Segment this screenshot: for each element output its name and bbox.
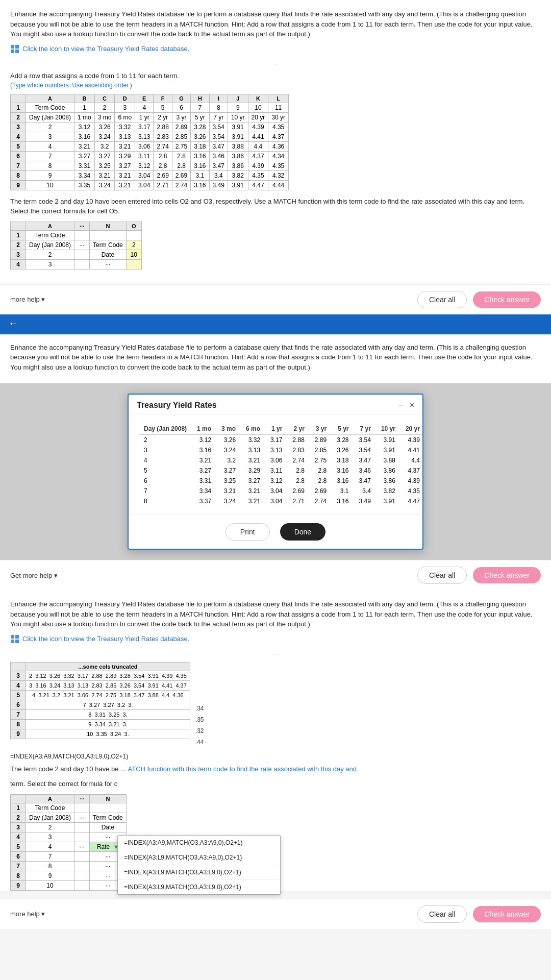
modal-controls: − × xyxy=(398,401,414,410)
close-btn[interactable]: × xyxy=(410,401,414,410)
nav-bar: ← xyxy=(0,314,551,333)
modal-window: Treasury Yield Rates − × Day (Jan 2008) … xyxy=(128,394,423,550)
formula-option-1[interactable]: =INDEX(A3:A9,MATCH(O3,A3:A9,0),O2+1) xyxy=(118,836,280,850)
db-link-text-3[interactable]: Click the icon to view the Treasury Yiel… xyxy=(22,635,189,643)
modal-body: Day (Jan 2008) 1 mo 3 mo 6 mo 1 yr 2 yr … xyxy=(129,414,422,514)
bottom-bar-1: more help ▾ Clear all Check answer xyxy=(0,284,551,314)
table-row: 6 7 ··· xyxy=(11,851,127,861)
modal-footer: Print Done xyxy=(129,514,422,549)
table-row: 7 8 3.31 3.25 3. xyxy=(11,709,190,719)
table-row: 5 4 3.21 3.2 3.21 3.06 2.74 2.75 3.18 3.… xyxy=(11,141,289,151)
right-val-3: .32 xyxy=(195,725,204,737)
right-val-1: .34 xyxy=(195,703,204,714)
table-row: 4 3 ··· xyxy=(11,259,142,269)
modal-title: Treasury Yield Rates xyxy=(137,401,217,410)
db-link-text[interactable]: Click the icon to view the Treasury Yiel… xyxy=(22,45,189,53)
svg-rect-7 xyxy=(15,635,19,639)
table-row: 3 2 3.12 3.26 3.32 3.17 2.88 2.89 3.28 3… xyxy=(11,122,289,132)
match-instruction: The term code 2 and day 10 have been ent… xyxy=(10,197,541,216)
table-row: 9 10 ··· xyxy=(11,880,127,890)
clear-all-btn-1[interactable]: Clear all xyxy=(417,291,467,308)
table-row: 4 3 3.16 3.24 3.13 3.13 2.83 2.85 3.26 3… xyxy=(11,680,190,690)
table-row: 3 2 Date 10 xyxy=(11,250,142,259)
table-row: 8 9 3.34 3.21 3.21 3.04 2.69 2.69 3.1 3.… xyxy=(11,170,289,180)
col-g: G xyxy=(172,94,190,103)
svg-rect-3 xyxy=(15,50,19,53)
col-l: L xyxy=(268,94,289,103)
svg-rect-0 xyxy=(11,45,14,48)
ellipsis3: ··· xyxy=(10,651,541,657)
help-link-1[interactable]: more help ▾ xyxy=(10,296,45,303)
right-overflow-values: .34 .35 .32 .44 xyxy=(195,662,204,748)
minimize-btn[interactable]: − xyxy=(398,401,403,410)
table-row: 2 Day (Jan 2008) 1 mo 3 mo 6 mo 1 yr 2 y… xyxy=(11,112,289,122)
svg-rect-1 xyxy=(15,45,19,48)
table-row: 2 Day (Jan 2008) ··· Term Code 2 xyxy=(11,240,142,250)
db-link-row[interactable]: Click the icon to view the Treasury Yiel… xyxy=(10,44,541,54)
formula-dropdown: =INDEX(A3:A9,MATCH(O3,A3:A9,0),O2+1) =IN… xyxy=(117,835,281,895)
sub-instruction1: Add a row that assigns a code from 1 to … xyxy=(10,72,541,80)
sec3-table-area: A ··· N 1 Term Code 2 Day (Jan 2008) ···… xyxy=(10,794,541,891)
table-row: 5 4 3.21 3.2 3.21 3.06 2.74 2.75 3.18 3.… xyxy=(11,690,190,700)
table-row: 4 3 3.16 3.24 3.13 3.13 2.83 2.85 3.26 3… xyxy=(11,132,289,141)
col-i: I xyxy=(209,94,228,103)
help-link-3[interactable]: more help ▾ xyxy=(10,910,45,918)
svg-rect-2 xyxy=(11,50,14,53)
col-j: J xyxy=(228,94,248,103)
btn-group-2: Clear all Check answer xyxy=(417,567,541,584)
section3-instruction: Enhance the accompanying Treasury Yield … xyxy=(10,599,541,629)
table-row: 1 Term Code 1 2 3 4 5 6 7 8 9 10 11 xyxy=(11,103,289,112)
done-btn[interactable]: Done xyxy=(280,523,325,541)
db-link-row-3[interactable]: Click the icon to view the Treasury Yiel… xyxy=(10,634,541,644)
asc-note: (Type whole numbers. Use ascending order… xyxy=(10,82,541,89)
print-btn[interactable]: Print xyxy=(226,523,270,541)
col-d: D xyxy=(115,94,135,103)
col-e: E xyxy=(135,94,154,103)
clear-all-btn-2[interactable]: Clear all xyxy=(417,567,467,584)
section2-para: Enhance the accompanying Treasury Yield … xyxy=(10,342,541,373)
svg-rect-6 xyxy=(11,635,14,639)
col-b: B xyxy=(74,94,95,103)
table-row: 6 7 3.27 3.27 3.2 3. xyxy=(11,700,190,709)
check-answer-btn-3[interactable]: Check answer xyxy=(473,906,541,922)
table-row: 3 3.16 3.24 3.13 3.13 2.83 2.85 3.26 3.5… xyxy=(139,445,422,455)
back-btn[interactable]: ← xyxy=(8,317,18,329)
section2: Enhance the accompanying Treasury Yield … xyxy=(0,333,551,560)
table-row: 8 9 3.34 3.21 3. xyxy=(11,719,190,729)
section3: Enhance the accompanying Treasury Yield … xyxy=(0,590,551,891)
table-row: 7 8 3.31 3.25 3.27 3.12 2.8 2.8 3.16 3.4… xyxy=(11,161,289,170)
table-row: 4 3 ··· xyxy=(11,832,127,842)
ellipsis1: ··· xyxy=(10,61,541,67)
formula-text: =INDEX(A3:A9,MATCH(O3,A3:L9,0),O2+1) xyxy=(10,753,128,760)
table-row: 8 3.37 3.24 3.21 3.04 2.71 2.74 3.16 3.4… xyxy=(139,496,422,506)
table-row: 1 Term Code xyxy=(11,230,142,240)
table-row: 2 3.12 3.26 3.32 3.17 2.88 2.89 3.28 3.5… xyxy=(139,435,422,446)
help-link-2[interactable]: Get more help ▾ xyxy=(10,572,58,579)
grid-icon xyxy=(10,44,19,54)
right-val-2: .35 xyxy=(195,714,204,725)
table-row: 6 7 3.27 3.27 3.29 3.11 2.8 2.8 3.16 3.4… xyxy=(11,151,289,161)
table-row: 3 2 Date xyxy=(11,822,127,832)
col-a: A xyxy=(26,94,74,103)
section1-instruction: Enhance the accompanying Treasury Yield … xyxy=(10,9,541,39)
svg-rect-9 xyxy=(15,640,19,643)
right-val-4: .44 xyxy=(195,737,204,748)
check-answer-btn-1[interactable]: Check answer xyxy=(473,291,541,308)
svg-rect-8 xyxy=(11,640,14,643)
row-num-header xyxy=(11,94,26,103)
clear-all-btn-3[interactable]: Clear all xyxy=(417,905,467,923)
col-h: H xyxy=(191,94,209,103)
check-answer-btn-2[interactable]: Check answer xyxy=(473,567,541,583)
col-c: C xyxy=(94,94,115,103)
partial-spreadsheet: ...some cols truncated 3 2 3.12 3.26 3.3… xyxy=(10,662,190,739)
table-row: 5 4 ··· Rate ▼ xyxy=(11,842,127,851)
formula-option-4[interactable]: =INDEX(A3:L9,MATCH(O3,A3:L9,0),O2+1) xyxy=(118,880,280,894)
table-row: 9 10 3.35 3.24 3. xyxy=(11,729,190,739)
btn-group-1: Clear all Check answer xyxy=(417,291,541,308)
col-k: K xyxy=(248,94,268,103)
formula-option-2[interactable]: =INDEX(A3:L9,MATCH(O3,A3:A9,0),O2+1) xyxy=(118,850,280,865)
formula-option-3[interactable]: =INDEX(A3:L9,MATCH(O3,A3:L9,0),O2+1) xyxy=(118,865,280,880)
section1: Enhance the accompanying Treasury Yield … xyxy=(0,0,551,284)
table-row: 5 3.27 3.27 3.29 3.11 2.8 2.8 3.16 3.46 … xyxy=(139,465,422,476)
formula-display: =INDEX(A3:A9,MATCH(O3,A3:L9,0),O2+1) xyxy=(10,753,541,760)
